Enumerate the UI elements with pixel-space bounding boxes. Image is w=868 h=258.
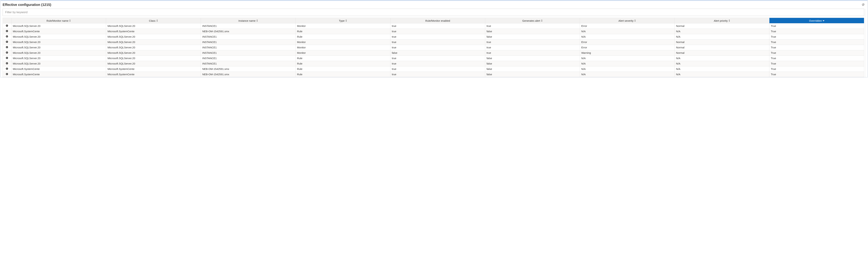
panel-header: Effective configuration (1215) [3, 2, 865, 9]
cell-instance: INSTANCE1 [201, 56, 296, 61]
cell-name: Microsoft.SQLServer.20 [11, 61, 106, 66]
col-instance-name[interactable]: Instance name [201, 18, 296, 24]
cell-enabled: true [390, 45, 485, 50]
cell-type: Rule [296, 56, 391, 61]
cell-priority: Normal [675, 45, 769, 50]
col-class[interactable]: Class [106, 18, 201, 24]
sort-desc-icon [823, 19, 825, 22]
config-table: Rule/Monitor nameClassInstance nameTypeR… [3, 18, 864, 77]
col-label: Overridden [809, 19, 822, 22]
col-expander [3, 18, 11, 24]
col-type[interactable]: Type [296, 18, 391, 24]
cell-class: Microsoft.SQLServer.20 [106, 34, 201, 39]
cell-severity: N/A [580, 34, 675, 39]
refresh-button[interactable] [861, 2, 865, 7]
cell-instance: INSTANCE1 [201, 50, 296, 56]
expand-row-button[interactable] [5, 41, 8, 44]
cell-name: Microsoft.SQLServer.20 [11, 45, 106, 50]
cell-name: Microsoft.SQLServer.20 [11, 34, 106, 39]
cell-instance: NEB-OM-1542591.smx [201, 72, 296, 77]
cell-type: Rule [296, 66, 391, 72]
cell-class: Microsoft.SQLServer.20 [106, 45, 201, 50]
cell-alert: true [485, 45, 580, 50]
cell-overridden: True [769, 56, 864, 61]
cell-priority: N/A [675, 29, 769, 34]
col-label: Alert severity [619, 19, 633, 22]
cell-severity: Error [580, 39, 675, 45]
col-alert-priority[interactable]: Alert priority [675, 18, 769, 24]
expand-row-button[interactable] [5, 62, 8, 65]
cell-severity: N/A [580, 56, 675, 61]
cell-name: Microsoft.SystemCente [11, 29, 106, 34]
cell-instance: INSTANCE1 [201, 34, 296, 39]
cell-priority: Normal [675, 39, 769, 45]
cell-type: Monitor [296, 23, 391, 29]
cell-type: Monitor [296, 45, 391, 50]
table-row: Microsoft.SQLServer.20Microsoft.SQLServe… [3, 56, 864, 61]
cell-priority: N/A [675, 61, 769, 66]
col-rule-monitor-name[interactable]: Rule/Monitor name [11, 18, 106, 24]
cell-class: Microsoft.SQLServer.20 [106, 56, 201, 61]
expand-row-button[interactable] [5, 73, 8, 76]
sort-both-icon [728, 19, 730, 22]
expand-row-button[interactable] [5, 25, 8, 28]
table-row: Microsoft.SystemCenteMicrosoft.SystemCen… [3, 66, 864, 72]
chevron-right-circle-icon [6, 25, 8, 27]
cell-overridden: True [769, 34, 864, 39]
expand-row-button[interactable] [5, 51, 8, 54]
cell-alert: true [485, 39, 580, 45]
cell-priority: N/A [675, 34, 769, 39]
sort-both-icon [634, 19, 636, 22]
cell-priority: N/A [675, 56, 769, 61]
expand-row-button[interactable] [5, 46, 8, 49]
cell-enabled: true [390, 72, 485, 77]
col-label: Rule/Monitor enabled [425, 19, 450, 22]
cell-instance: INSTANCE1 [201, 45, 296, 50]
cell-priority: Normal [675, 50, 769, 56]
sort-both-icon [541, 19, 543, 22]
table-row: Microsoft.SystemCenteMicrosoft.SystemCen… [3, 72, 864, 77]
col-label: Generates alert [522, 19, 540, 22]
chevron-right-circle-icon [6, 51, 8, 54]
cell-enabled: true [390, 61, 485, 66]
table-header-row: Rule/Monitor nameClassInstance nameTypeR… [3, 18, 864, 24]
expand-row-button[interactable] [5, 35, 8, 38]
cell-class: Microsoft.SystemCente [106, 29, 201, 34]
col-label: Type [339, 19, 345, 22]
sort-both-icon [256, 19, 258, 22]
cell-name: Microsoft.SystemCente [11, 72, 106, 77]
cell-type: Rule [296, 34, 391, 39]
cell-instance: NEB-OM-1542591.smx [201, 29, 296, 34]
cell-class: Microsoft.SQLServer.20 [106, 23, 201, 29]
chevron-right-circle-icon [6, 35, 8, 38]
cell-overridden: True [769, 23, 864, 29]
cell-overridden: True [769, 39, 864, 45]
cell-alert: true [485, 50, 580, 56]
expand-row-button[interactable] [5, 30, 8, 33]
cell-enabled: true [390, 39, 485, 45]
cell-overridden: True [769, 61, 864, 66]
col-overridden[interactable]: Overridden [769, 18, 864, 24]
col-alert-severity[interactable]: Alert severity [580, 18, 675, 24]
col-generates-alert[interactable]: Generates alert [485, 18, 580, 24]
chevron-right-circle-icon [6, 57, 8, 60]
cell-severity: Warning [580, 50, 675, 56]
cell-class: Microsoft.SQLServer.20 [106, 61, 201, 66]
chevron-right-circle-icon [6, 30, 8, 33]
chevron-right-circle-icon [6, 41, 8, 43]
sort-both-icon [156, 19, 158, 22]
expand-row-button[interactable] [5, 68, 8, 71]
cell-name: Microsoft.SQLServer.20 [11, 50, 106, 56]
cell-instance: INSTANCE1 [201, 39, 296, 45]
table-row: Microsoft.SQLServer.20Microsoft.SQLServe… [3, 61, 864, 66]
cell-instance: NEB-OM-1542591.smx [201, 66, 296, 72]
cell-severity: N/A [580, 29, 675, 34]
expander-cell [3, 45, 11, 50]
cell-type: Rule [296, 29, 391, 34]
refresh-icon [862, 3, 865, 6]
filter-input[interactable] [3, 9, 864, 16]
expander-cell [3, 61, 11, 66]
cell-alert: false [485, 56, 580, 61]
expand-row-button[interactable] [5, 57, 8, 60]
cell-priority: Normal [675, 23, 769, 29]
